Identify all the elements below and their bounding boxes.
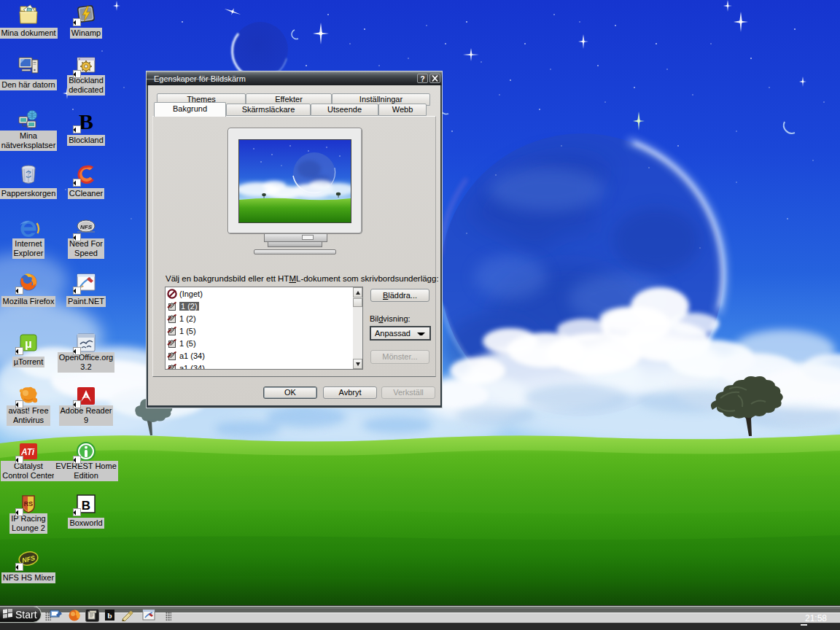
svg-text:NFS: NFS — [80, 224, 93, 230]
svg-text:µ: µ — [25, 337, 32, 351]
svg-text:RS: RS — [24, 500, 34, 508]
svg-text:B: B — [82, 499, 90, 513]
svg-text:?: ? — [420, 75, 424, 83]
svg-text:b: b — [107, 611, 112, 620]
